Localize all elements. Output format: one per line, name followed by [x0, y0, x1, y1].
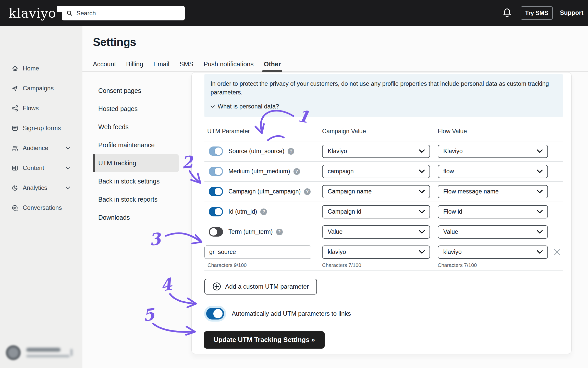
chevron-down-icon [537, 190, 543, 193]
help-icon[interactable]: ? [293, 168, 300, 175]
select-value: Klaviyo [328, 148, 347, 155]
sidebar-item-content[interactable]: Content [0, 158, 82, 178]
campaign-campaign-select[interactable]: Campaign name [322, 185, 430, 198]
home-icon [11, 65, 18, 72]
medium-campaign-select[interactable]: campaign [322, 165, 430, 178]
tab-push-notifications[interactable]: Push notifications [204, 56, 254, 72]
utm-table: UTM Parameter Campaign Value Flow Value … [204, 117, 563, 271]
annotation-number-3: 3 [148, 229, 163, 250]
sidebar-item-analytics[interactable]: Analytics [0, 178, 82, 198]
term-toggle[interactable] [209, 227, 223, 237]
annotation-number-4: 4 [159, 274, 174, 295]
page-title: Settings [93, 36, 136, 48]
custom-campaign-select[interactable]: klaviyo [322, 246, 430, 259]
tab-billing[interactable]: Billing [126, 56, 143, 72]
medium-flow-select[interactable]: flow [438, 165, 548, 178]
subnav-web-feeds[interactable]: Web feeds [93, 118, 179, 136]
sidebar-item-audience[interactable]: Audience [0, 138, 82, 158]
utm-row-source: Source (utm_source) ? Klaviyo Klaviyo [204, 141, 563, 162]
source-flow-select[interactable]: Klaviyo [438, 145, 548, 158]
try-sms-button[interactable]: Try SMS [521, 6, 553, 20]
pie-icon [11, 185, 18, 191]
sidebar-item-signup-forms[interactable]: Sign-up forms [0, 118, 82, 138]
chevron-down-icon [537, 210, 543, 214]
row-label: Medium (utm_medium) [228, 168, 290, 175]
subnav-profile-maintenance[interactable]: Profile maintenance [93, 136, 179, 154]
select-value: Campaign name [328, 188, 372, 195]
klaviyo-logo[interactable]: klaviyo [9, 6, 64, 21]
tab-email[interactable]: Email [153, 56, 169, 72]
user-menu-handle [70, 349, 73, 356]
chevron-down-icon [419, 169, 425, 173]
chevron-down-icon [537, 250, 543, 254]
help-icon[interactable]: ? [260, 208, 267, 215]
subnav-back-in-stock-settings[interactable]: Back in stock settings [93, 172, 179, 190]
subnav-utm-tracking[interactable]: UTM tracking [93, 154, 179, 172]
campaign-flow-select[interactable]: Flow message name [438, 185, 548, 198]
sidebar-item-flows[interactable]: Flows [0, 98, 82, 118]
help-icon[interactable]: ? [276, 229, 283, 235]
personal-data-expander[interactable]: What is personal data? [211, 102, 556, 111]
col-header-campaign-value: Campaign Value [322, 128, 430, 135]
select-value: Value [328, 228, 342, 235]
help-icon[interactable]: ? [304, 188, 311, 195]
medium-toggle[interactable] [209, 167, 223, 176]
row-label: Campaign (utm_campaign) [228, 188, 301, 195]
chevron-down-icon [211, 105, 215, 108]
top-bar: klaviyo Try SMS Support [0, 0, 588, 26]
help-icon[interactable]: ? [288, 148, 294, 155]
search-box[interactable] [62, 6, 185, 20]
tab-other[interactable]: Other [264, 56, 281, 72]
search-icon [66, 10, 73, 17]
search-input[interactable] [77, 10, 180, 17]
update-utm-settings-button[interactable]: Update UTM Tracking Settings » [204, 331, 325, 349]
utm-row-term: Term (utm_term) ? Value Value [204, 222, 563, 242]
chevron-down-icon [419, 149, 425, 153]
sidebar-item-home[interactable]: Home [0, 58, 82, 78]
sidebar-item-conversations[interactable]: Conversations [0, 198, 82, 218]
utm-row-id: Id (utm_id) ? Campaign id Flow id [204, 202, 563, 222]
source-toggle[interactable] [209, 146, 223, 156]
id-campaign-select[interactable]: Campaign id [322, 205, 430, 218]
select-value: Flow id [443, 208, 462, 215]
id-toggle[interactable] [209, 207, 223, 216]
col-header-parameter: UTM Parameter [204, 128, 322, 135]
source-campaign-select[interactable]: Klaviyo [322, 145, 430, 158]
term-campaign-select[interactable]: Value [322, 225, 430, 239]
campaign-toggle[interactable] [209, 187, 223, 196]
subnav-hosted-pages[interactable]: Hosted pages [93, 100, 179, 118]
chevron-down-icon [419, 250, 425, 254]
remove-custom-parameter-button[interactable] [553, 248, 561, 256]
subnav-consent-pages[interactable]: Consent pages [93, 82, 179, 100]
select-value: Flow message name [443, 188, 499, 195]
utm-row-medium: Medium (utm_medium) ? campaign flow [204, 162, 563, 182]
subnav-downloads[interactable]: Downloads [93, 208, 179, 227]
row-label: Id (utm_id) [228, 208, 257, 215]
utm-row-campaign: Campaign (utm_campaign) ? Campaign name … [204, 182, 563, 202]
settings-tabs: Account Billing Email SMS Push notificat… [93, 56, 281, 72]
add-custom-utm-label: Add a custom UTM parameter [225, 283, 309, 290]
id-flow-select[interactable]: Flow id [438, 205, 548, 218]
notifications-bell-icon[interactable] [502, 7, 512, 19]
tab-account[interactable]: Account [93, 56, 116, 72]
add-custom-utm-button[interactable]: Add a custom UTM parameter [204, 279, 317, 295]
annotation-number-5: 5 [142, 305, 156, 325]
form-icon [11, 125, 18, 132]
user-profile[interactable] [0, 337, 82, 368]
support-link[interactable]: Support [560, 9, 583, 16]
term-flow-select[interactable]: Value [438, 225, 548, 239]
custom-parameter-name-input[interactable] [204, 246, 311, 259]
subnav-back-in-stock-reports[interactable]: Back in stock reports [93, 190, 179, 208]
custom-flow-select[interactable]: klaviyo [438, 246, 548, 259]
send-icon [11, 85, 18, 92]
sidebar-item-campaigns[interactable]: Campaigns [0, 78, 82, 98]
content-icon [11, 165, 18, 171]
tab-sms[interactable]: SMS [180, 56, 193, 72]
auto-add-utm-toggle[interactable] [206, 308, 224, 320]
privacy-note-text: In order to protect the privacy of your … [211, 80, 550, 97]
chevron-down-icon [66, 147, 70, 150]
klaviyo-logo-text: klaviyo [9, 6, 56, 21]
utm-tracking-panel: In order to protect the privacy of your … [191, 72, 572, 354]
select-value: campaign [328, 168, 354, 175]
people-icon [11, 145, 18, 152]
